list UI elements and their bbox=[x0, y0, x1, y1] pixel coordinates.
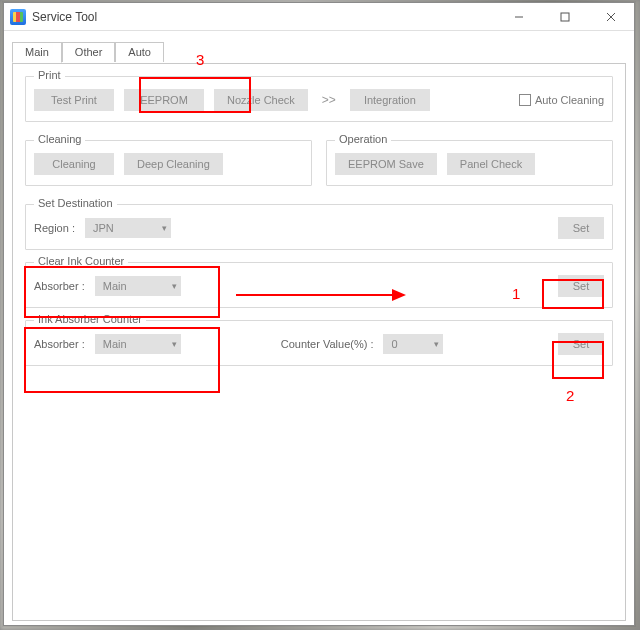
chevron-down-icon: ▾ bbox=[172, 281, 177, 291]
eeprom-button[interactable]: EEPROM bbox=[124, 89, 204, 111]
tab-other[interactable]: Other bbox=[62, 42, 116, 62]
tab-auto[interactable]: Auto bbox=[115, 42, 164, 62]
cleaning-button[interactable]: Cleaning bbox=[34, 153, 114, 175]
legend-cleaning: Cleaning bbox=[34, 133, 85, 145]
region-label: Region : bbox=[34, 222, 75, 234]
clear-ink-set-button[interactable]: Set bbox=[558, 275, 604, 297]
group-operation: Operation EEPROM Save Panel Check bbox=[326, 140, 613, 186]
legend-ink-absorber: Ink Absorber Counter bbox=[34, 313, 146, 325]
eeprom-save-button[interactable]: EEPROM Save bbox=[335, 153, 437, 175]
chevron-right-icon: >> bbox=[318, 93, 340, 107]
clear-ink-absorber-select[interactable]: Main ▾ bbox=[95, 276, 181, 296]
group-print: Print Test Print EEPROM Nozzle Check >> … bbox=[25, 76, 613, 122]
integration-button[interactable]: Integration bbox=[350, 89, 430, 111]
nozzle-check-button[interactable]: Nozzle Check bbox=[214, 89, 308, 111]
clear-ink-absorber-label: Absorber : bbox=[34, 280, 85, 292]
counter-value-label: Counter Value(%) : bbox=[281, 338, 374, 350]
auto-cleaning-checkbox[interactable]: Auto Cleaning bbox=[519, 94, 604, 106]
app-window: Service Tool MainOtherAuto Print Test Pr… bbox=[3, 2, 635, 626]
region-select[interactable]: JPN ▾ bbox=[85, 218, 171, 238]
set-destination-set-button[interactable]: Set bbox=[558, 217, 604, 239]
app-icon bbox=[10, 9, 26, 25]
close-button[interactable] bbox=[588, 3, 634, 31]
window-title: Service Tool bbox=[32, 10, 97, 24]
tab-strip: MainOtherAuto bbox=[12, 41, 626, 63]
client-area: MainOtherAuto Print Test Print EEPROM No… bbox=[4, 31, 634, 629]
legend-set-destination: Set Destination bbox=[34, 197, 117, 209]
legend-print: Print bbox=[34, 69, 65, 81]
ink-absorber-set-button[interactable]: Set bbox=[558, 333, 604, 355]
legend-clear-ink: Clear Ink Counter bbox=[34, 255, 128, 267]
counter-value-select[interactable]: 0 ▾ bbox=[383, 334, 443, 354]
maximize-button[interactable] bbox=[542, 3, 588, 31]
test-print-button[interactable]: Test Print bbox=[34, 89, 114, 111]
chevron-down-icon: ▾ bbox=[172, 339, 177, 349]
group-set-destination: Set Destination Region : JPN ▾ Set bbox=[25, 204, 613, 250]
ink-absorber-label: Absorber : bbox=[34, 338, 85, 350]
group-clear-ink-counter: Clear Ink Counter Absorber : Main ▾ Set bbox=[25, 262, 613, 308]
group-ink-absorber-counter: Ink Absorber Counter Absorber : Main ▾ C… bbox=[25, 320, 613, 366]
chevron-down-icon: ▾ bbox=[162, 223, 167, 233]
ink-absorber-select[interactable]: Main ▾ bbox=[95, 334, 181, 354]
tab-panel-main: Print Test Print EEPROM Nozzle Check >> … bbox=[12, 63, 626, 621]
checkbox-icon bbox=[519, 94, 531, 106]
svg-rect-1 bbox=[561, 13, 569, 21]
titlebar: Service Tool bbox=[4, 3, 634, 31]
region-value: JPN bbox=[93, 222, 114, 234]
legend-operation: Operation bbox=[335, 133, 391, 145]
ink-absorber-value: Main bbox=[103, 338, 127, 350]
tab-main[interactable]: Main bbox=[12, 42, 62, 63]
auto-cleaning-label: Auto Cleaning bbox=[535, 94, 604, 106]
chevron-down-icon: ▾ bbox=[434, 339, 439, 349]
clear-ink-absorber-value: Main bbox=[103, 280, 127, 292]
minimize-button[interactable] bbox=[496, 3, 542, 31]
panel-check-button[interactable]: Panel Check bbox=[447, 153, 535, 175]
deep-cleaning-button[interactable]: Deep Cleaning bbox=[124, 153, 223, 175]
counter-value: 0 bbox=[391, 338, 397, 350]
group-cleaning: Cleaning Cleaning Deep Cleaning bbox=[25, 140, 312, 186]
